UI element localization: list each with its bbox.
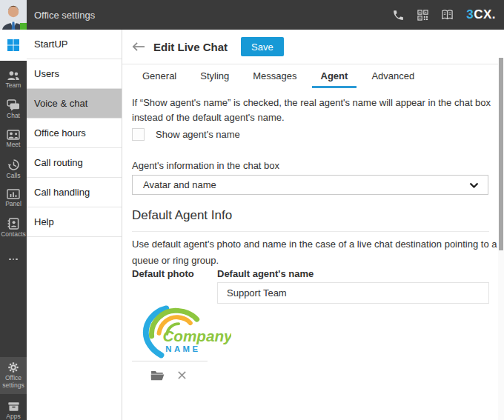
- chevron-down-icon: [469, 182, 479, 188]
- default-agent-name-input[interactable]: [217, 282, 489, 304]
- call-history-icon: [7, 159, 20, 171]
- rail-item-contacts[interactable]: Contacts: [0, 213, 27, 243]
- default-agent-name-label: Default agent's name: [217, 268, 314, 279]
- rail-item-team[interactable]: Team: [0, 65, 27, 95]
- tab-messages[interactable]: Messages: [244, 65, 305, 88]
- chat-icon: [7, 99, 20, 111]
- rail-item-desktop[interactable]: [0, 30, 27, 61]
- windows-icon: [7, 39, 19, 51]
- photo-actions: [150, 370, 187, 381]
- sidebar-item-users[interactable]: Users: [27, 59, 122, 89]
- 3cx-logo: 3CX.: [466, 7, 496, 22]
- rail-item-chat[interactable]: Chat: [0, 95, 27, 124]
- sidebar-item-help[interactable]: Help: [27, 207, 122, 237]
- tab-styling[interactable]: Styling: [191, 65, 238, 88]
- chat-box-info-select[interactable]: Avatar and name: [132, 175, 488, 195]
- wallboard-icon: [7, 189, 20, 199]
- default-photo-label: Default photo: [132, 268, 194, 279]
- remove-photo-icon[interactable]: [177, 370, 187, 380]
- meet-icon: [7, 130, 20, 140]
- page-title: Office settings: [34, 10, 95, 21]
- app-rail: Team Chat Meet Calls: [0, 30, 27, 420]
- sidebar-item-call-handling[interactable]: Call handling: [27, 178, 122, 207]
- edit-title: Edit Live Chat: [153, 41, 228, 53]
- status-indicator: [20, 23, 27, 30]
- rail-item-calls[interactable]: Calls: [0, 154, 27, 184]
- tab-advanced[interactable]: Advanced: [362, 65, 423, 88]
- default-agent-info-title: Default Agent Info: [132, 208, 489, 232]
- gear-icon: [7, 361, 19, 373]
- save-button[interactable]: Save: [241, 37, 284, 56]
- tab-general[interactable]: General: [133, 65, 185, 88]
- browse-folder-icon[interactable]: [150, 370, 165, 381]
- avatar[interactable]: [0, 0, 27, 30]
- show-agent-name-checkbox[interactable]: [132, 128, 145, 141]
- back-arrow-icon[interactable]: [131, 41, 145, 52]
- tab-bar: General Styling Messages Agent Advanced: [122, 65, 504, 88]
- topbar: Office settings: [0, 0, 504, 30]
- sidebar-item-voice-chat[interactable]: Voice & chat: [27, 89, 122, 119]
- more-icon[interactable]: [0, 255, 27, 264]
- company-logo: Company NAME: [135, 299, 231, 359]
- tab-agent[interactable]: Agent: [312, 65, 357, 88]
- apps-box-icon: [7, 401, 20, 412]
- default-photo-preview: Company NAME: [135, 299, 231, 359]
- phone-icon[interactable]: [392, 9, 405, 21]
- rail-item-panel[interactable]: Panel: [0, 184, 27, 213]
- rail-item-meet[interactable]: Meet: [0, 124, 27, 154]
- qr-code-icon[interactable]: [417, 10, 428, 21]
- default-agent-info-desc: Use default agent's photo and name in th…: [132, 236, 498, 269]
- rail-item-office-settings[interactable]: Office settings: [0, 357, 27, 394]
- sidebar-item-office-hours[interactable]: Office hours: [27, 119, 122, 148]
- sidebar-item-startup[interactable]: StartUP: [27, 30, 122, 59]
- svg-text:NAME: NAME: [165, 344, 200, 353]
- sidebar-item-call-routing[interactable]: Call routing: [27, 148, 122, 178]
- topbar-actions: 3CX.: [392, 7, 504, 22]
- select-value: Avatar and name: [143, 179, 216, 190]
- contact-card-icon: [7, 218, 19, 230]
- settings-sidebar: StartUP Users Voice & chat Office hours …: [27, 30, 122, 420]
- show-agent-name-label: Show agent's name: [156, 129, 240, 140]
- manual-book-icon[interactable]: [441, 9, 454, 21]
- scrollbar-thumb[interactable]: [499, 58, 503, 250]
- edit-header: Edit Live Chat Save: [122, 30, 504, 64]
- main-content: Edit Live Chat Save General Styling Mess…: [122, 30, 504, 420]
- svg-text:Company: Company: [162, 327, 231, 344]
- photo-divider: [132, 361, 208, 361]
- team-icon: [7, 70, 20, 81]
- scrollbar-track[interactable]: [498, 58, 504, 420]
- agent-intro-text: If “Show agent's name” is checked, the r…: [132, 96, 498, 125]
- rail-item-apps[interactable]: Apps: [0, 396, 27, 420]
- show-agent-name-row: Show agent's name: [132, 128, 240, 141]
- chat-box-info-label: Agent's information in the chat box: [132, 160, 279, 171]
